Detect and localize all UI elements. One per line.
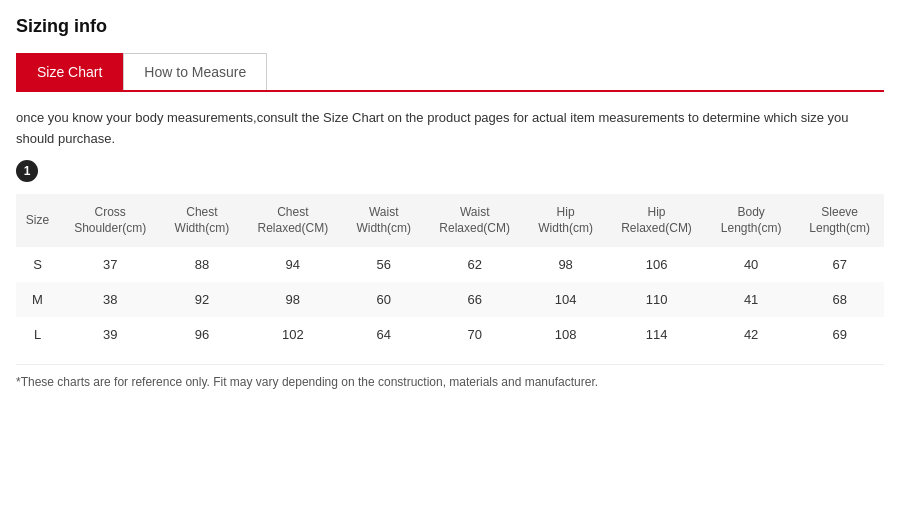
measurement-value: 96: [161, 317, 242, 352]
table-header-8: BodyLength(cm): [707, 194, 796, 248]
page-title: Sizing info: [16, 16, 884, 37]
table-header-5: WaistRelaxed(CM): [424, 194, 525, 248]
table-header-7: HipRelaxed(CM): [606, 194, 707, 248]
table-header-2: ChestWidth(cm): [161, 194, 242, 248]
measurement-value: 66: [424, 282, 525, 317]
table-header-0: Size: [16, 194, 59, 248]
table-row: S3788945662981064067: [16, 247, 884, 282]
table-header-9: SleeveLength(cm): [795, 194, 884, 248]
size-label: M: [16, 282, 59, 317]
size-table: SizeCrossShoulder(cm)ChestWidth(cm)Chest…: [16, 194, 884, 353]
measurement-value: 114: [606, 317, 707, 352]
measurement-value: 98: [243, 282, 344, 317]
measurement-value: 39: [59, 317, 161, 352]
measurement-value: 88: [161, 247, 242, 282]
size-label: S: [16, 247, 59, 282]
measurement-value: 40: [707, 247, 796, 282]
footer-note: *These charts are for reference only. Fi…: [16, 364, 884, 389]
measurement-value: 98: [525, 247, 606, 282]
measurement-value: 38: [59, 282, 161, 317]
measurement-value: 92: [161, 282, 242, 317]
table-header-1: CrossShoulder(cm): [59, 194, 161, 248]
table-header-6: HipWidth(cm): [525, 194, 606, 248]
size-label: L: [16, 317, 59, 352]
step-badge: 1: [16, 160, 38, 182]
table-header-3: ChestRelaxed(CM): [243, 194, 344, 248]
measurement-value: 106: [606, 247, 707, 282]
tab-how-to-measure[interactable]: How to Measure: [123, 53, 267, 90]
measurement-value: 37: [59, 247, 161, 282]
table-header-row: SizeCrossShoulder(cm)ChestWidth(cm)Chest…: [16, 194, 884, 248]
measurement-value: 102: [243, 317, 344, 352]
measurement-value: 70: [424, 317, 525, 352]
tab-size-chart[interactable]: Size Chart: [16, 53, 123, 90]
measurement-value: 64: [343, 317, 424, 352]
measurement-value: 104: [525, 282, 606, 317]
measurement-value: 41: [707, 282, 796, 317]
measurement-value: 110: [606, 282, 707, 317]
tab-bar: Size Chart How to Measure: [16, 53, 884, 92]
measurement-value: 67: [795, 247, 884, 282]
measurement-value: 62: [424, 247, 525, 282]
table-row: M38929860661041104168: [16, 282, 884, 317]
measurement-value: 42: [707, 317, 796, 352]
measurement-value: 68: [795, 282, 884, 317]
measurement-value: 108: [525, 317, 606, 352]
measurement-value: 94: [243, 247, 344, 282]
measurement-value: 69: [795, 317, 884, 352]
measurement-value: 56: [343, 247, 424, 282]
table-header-4: WaistWidth(cm): [343, 194, 424, 248]
measurement-value: 60: [343, 282, 424, 317]
description-text: once you know your body measurements,con…: [16, 108, 884, 150]
table-row: L399610264701081144269: [16, 317, 884, 352]
table-body: S3788945662981064067M3892986066104110416…: [16, 247, 884, 352]
